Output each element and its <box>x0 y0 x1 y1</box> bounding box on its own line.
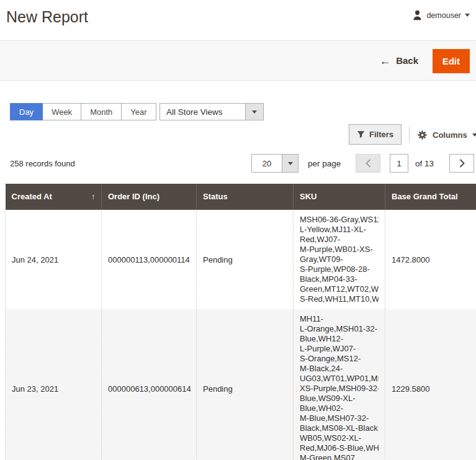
user-menu[interactable]: demouser <box>412 10 470 20</box>
column-header-label: Created At <box>12 192 52 201</box>
cell-base-grand-total: 1229.5800 <box>385 309 476 460</box>
user-name: demouser <box>426 11 461 20</box>
page-actions-toolbar: ← Back Edit <box>0 40 476 81</box>
chevron-down-icon <box>288 162 293 165</box>
cell-order-id: 000000113,000000114 <box>102 210 197 309</box>
store-view-select[interactable]: All Store Views <box>159 103 264 120</box>
table-header-row: Created At ↑ Order ID (Inc) Status SKU B… <box>6 184 476 210</box>
chevron-down-icon <box>465 14 470 17</box>
table-row[interactable]: Jun 23, 2021 000000613,000000614 Pending… <box>6 309 476 460</box>
column-header-base-grand-total[interactable]: Base Grand Total <box>385 184 476 210</box>
sort-ascending-icon: ↑ <box>91 192 95 201</box>
columns-button[interactable]: Columns <box>417 127 476 142</box>
divider <box>409 126 410 143</box>
select-arrow-segment <box>282 155 298 172</box>
current-page-input[interactable] <box>390 154 408 173</box>
cell-sku: MH11- L-Orange,MSH01-32- Blue,WH12- L-Pu… <box>294 309 385 460</box>
column-header-order-id[interactable]: Order ID (Inc) <box>102 184 197 210</box>
back-button[interactable]: ← Back <box>379 55 418 66</box>
tab-month[interactable]: Month <box>81 103 122 120</box>
records-count: 258 records found <box>10 159 75 168</box>
tab-year[interactable]: Year <box>121 103 156 120</box>
cell-status: Pending <box>197 309 294 460</box>
store-view-selected: All Store Views <box>160 104 245 120</box>
report-table: Created At ↑ Order ID (Inc) Status SKU B… <box>5 184 476 460</box>
tab-day[interactable]: Day <box>10 103 43 120</box>
chevron-left-icon <box>366 159 371 168</box>
previous-page-button[interactable] <box>356 154 380 173</box>
page-size-select[interactable]: 20 <box>251 154 299 173</box>
page-size-value: 20 <box>252 155 282 172</box>
next-page-button[interactable] <box>449 154 474 173</box>
chevron-down-icon <box>252 110 257 114</box>
back-arrow-icon: ← <box>379 55 390 66</box>
cell-order-id: 000000613,000000614 <box>102 309 197 460</box>
filter-funnel-icon <box>357 130 365 138</box>
chevron-down-icon <box>472 133 476 137</box>
total-pages-label: of 13 <box>415 159 434 168</box>
column-header-created-at[interactable]: Created At ↑ <box>6 184 102 210</box>
page-title: New Report <box>6 8 88 26</box>
cell-status: Pending <box>197 210 294 309</box>
cell-created-at: Jun 23, 2021 <box>6 309 102 460</box>
column-header-sku[interactable]: SKU <box>294 184 385 210</box>
user-icon <box>412 10 423 20</box>
per-page-label: per page <box>308 159 341 168</box>
filters-button-label: Filters <box>369 130 393 139</box>
table-row[interactable]: Jun 24, 2021 000000113,000000114 Pending… <box>6 210 476 309</box>
cell-created-at: Jun 24, 2021 <box>6 210 102 309</box>
cell-base-grand-total: 1472.8000 <box>385 210 476 309</box>
sku-text: MH11- L-Orange,MSH01-32- Blue,WH12- L-Pu… <box>300 314 379 460</box>
tab-week[interactable]: Week <box>42 103 81 120</box>
column-header-status[interactable]: Status <box>197 184 294 210</box>
edit-button[interactable]: Edit <box>433 49 470 73</box>
columns-button-label: Columns <box>433 130 467 140</box>
back-button-label: Back <box>396 55 418 66</box>
gear-icon <box>417 130 428 140</box>
filters-button[interactable]: Filters <box>349 124 402 145</box>
period-tabs: Day Week Month Year <box>10 103 156 120</box>
cell-sku: MSH06-36-Gray,WS11- L-Yellow,MJ11-XL- Re… <box>294 210 385 309</box>
chevron-right-icon <box>459 159 465 168</box>
select-arrow-segment <box>245 104 263 120</box>
sku-text: MSH06-36-Gray,WS11- L-Yellow,MJ11-XL- Re… <box>300 215 379 304</box>
